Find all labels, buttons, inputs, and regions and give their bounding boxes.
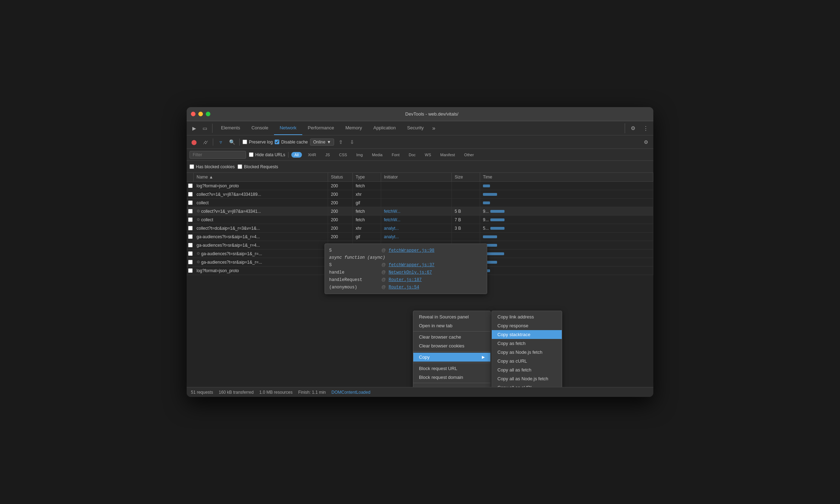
inspect-icon[interactable]: ▶ bbox=[189, 124, 199, 133]
more-tabs-button[interactable]: » bbox=[430, 125, 438, 131]
blocked-requests-label[interactable]: Blocked Requests bbox=[238, 164, 278, 169]
td-name: collect?v=1&_v=j87&a=4334189... bbox=[194, 190, 328, 198]
th-type[interactable]: Type bbox=[353, 173, 381, 181]
table-row[interactable]: collect?v=1&_v=j87&a=4334189... 200 xhr bbox=[187, 190, 653, 199]
table-row[interactable]: collect 200 gif bbox=[187, 199, 653, 207]
cs-link[interactable]: NetworkOnly.js:67 bbox=[389, 270, 432, 275]
filter-icon[interactable]: ▿ bbox=[216, 137, 225, 147]
filter-img[interactable]: Img bbox=[353, 152, 366, 158]
td-name: log?format=json_proto bbox=[194, 182, 328, 190]
sub-copy-response[interactable]: Copy response bbox=[492, 321, 562, 330]
preserve-log-checkbox[interactable] bbox=[243, 140, 247, 144]
td-time bbox=[480, 250, 653, 258]
ctx-block-url[interactable]: Block request URL bbox=[413, 364, 490, 373]
sub-copy-nodejs-fetch[interactable]: Copy as Node.js fetch bbox=[492, 348, 562, 357]
ctx-reveal-sources[interactable]: Reveal in Sources panel bbox=[413, 312, 490, 321]
cs-link[interactable]: fetchWrapper.js:98 bbox=[389, 248, 434, 253]
row-checkbox[interactable] bbox=[188, 192, 193, 197]
filter-all[interactable]: All bbox=[291, 152, 302, 158]
search-icon[interactable]: 🔍 bbox=[227, 137, 237, 147]
more-options-icon[interactable]: ⋮ bbox=[641, 123, 651, 133]
filter-input[interactable] bbox=[189, 151, 246, 159]
table-row[interactable]: ga-audiences?t=sr&aip=1&_r=4... 200 gif … bbox=[187, 233, 653, 241]
table-row[interactable]: ⚙collect 200 fetch fetchW... 7 B 9... bbox=[187, 216, 653, 224]
tab-performance[interactable]: Performance bbox=[302, 121, 340, 135]
network-settings-icon[interactable]: ⚙ bbox=[641, 137, 651, 147]
tab-security[interactable]: Security bbox=[402, 121, 430, 135]
preserve-log-label[interactable]: Preserve log bbox=[243, 140, 273, 145]
td-initiator bbox=[381, 182, 452, 190]
row-checkbox[interactable] bbox=[188, 226, 193, 230]
td-size bbox=[452, 199, 480, 207]
cs-row-6: (anonymous) @ Router.js:54 bbox=[325, 283, 487, 291]
row-checkbox[interactable] bbox=[188, 243, 193, 247]
th-initiator[interactable]: Initiator bbox=[381, 173, 452, 181]
row-checkbox[interactable] bbox=[188, 200, 193, 205]
sub-copy-stacktrace[interactable]: Copy stacktrace bbox=[492, 330, 562, 339]
filter-css[interactable]: CSS bbox=[336, 152, 350, 158]
cs-link[interactable]: fetchWrapper.js:37 bbox=[389, 263, 434, 268]
table-row[interactable]: ⚙collect?v=1&_v=j87&a=43341... 200 fetch… bbox=[187, 207, 653, 216]
th-name[interactable]: Name ▲ bbox=[194, 173, 328, 181]
row-checkbox[interactable] bbox=[188, 209, 193, 213]
clear-button[interactable]: ⌭ bbox=[201, 137, 210, 147]
network-throttle-select[interactable]: Online ▼ bbox=[310, 139, 334, 146]
table-row[interactable]: collect?t=dc&aip=1&_r=3&v=1&... 200 xhr … bbox=[187, 224, 653, 233]
device-toolbar-icon[interactable]: ▭ bbox=[200, 124, 209, 133]
status-domcontentloaded[interactable]: DOMContentLoaded bbox=[332, 390, 371, 395]
minimize-button[interactable] bbox=[198, 112, 203, 116]
cs-link[interactable]: Router.js:187 bbox=[389, 277, 422, 282]
row-checkbox[interactable] bbox=[188, 260, 193, 264]
filter-manifest[interactable]: Manifest bbox=[437, 152, 458, 158]
row-checkbox[interactable] bbox=[188, 183, 193, 188]
table-row[interactable]: log?format=json_proto 200 fetch bbox=[187, 182, 653, 190]
row-checkbox[interactable] bbox=[188, 268, 193, 273]
devtools-window: DevTools - web.dev/vitals/ ▶ ▭ Elements … bbox=[187, 107, 653, 397]
settings-icon[interactable]: ⚙ bbox=[628, 123, 638, 133]
ctx-copy[interactable]: Copy ▶ bbox=[413, 353, 490, 362]
filter-other[interactable]: Other bbox=[461, 152, 477, 158]
filter-js[interactable]: JS bbox=[322, 152, 333, 158]
disable-cache-label[interactable]: Disable cache bbox=[275, 140, 308, 145]
download-icon[interactable]: ⇩ bbox=[348, 137, 357, 147]
blocked-cookies-checkbox[interactable] bbox=[189, 164, 194, 169]
record-button[interactable]: ⬤ bbox=[189, 137, 199, 147]
hide-data-urls-label[interactable]: Hide data URLs bbox=[249, 152, 285, 157]
cs-link[interactable]: Router.js:54 bbox=[389, 285, 419, 290]
row-checkbox[interactable] bbox=[188, 234, 193, 239]
sub-copy-curl[interactable]: Copy as cURL bbox=[492, 357, 562, 365]
hide-data-urls-checkbox[interactable] bbox=[249, 152, 253, 157]
close-button[interactable] bbox=[191, 112, 196, 116]
tab-console[interactable]: Console bbox=[246, 121, 274, 135]
sub-copy-link[interactable]: Copy link address bbox=[492, 312, 562, 321]
tab-network[interactable]: Network bbox=[274, 121, 302, 135]
sub-copy-fetch[interactable]: Copy as fetch bbox=[492, 339, 562, 348]
tab-memory[interactable]: Memory bbox=[340, 121, 368, 135]
filter-doc[interactable]: Doc bbox=[406, 152, 419, 158]
ctx-clear-cookies[interactable]: Clear browser cookies bbox=[413, 341, 490, 350]
ctx-sort-by[interactable]: Sort By ▶ bbox=[413, 384, 490, 387]
sub-copy-all-fetch[interactable]: Copy all as fetch bbox=[492, 365, 562, 374]
blocked-requests-checkbox[interactable] bbox=[238, 164, 242, 169]
upload-icon[interactable]: ⇧ bbox=[336, 137, 345, 147]
ctx-open-new-tab[interactable]: Open in new tab bbox=[413, 321, 490, 330]
sub-copy-all-curl[interactable]: Copy all as cURL bbox=[492, 383, 562, 387]
th-size[interactable]: Size bbox=[452, 173, 480, 181]
sub-copy-all-nodejs-fetch[interactable]: Copy all as Node.js fetch bbox=[492, 374, 562, 383]
th-status[interactable]: Status bbox=[328, 173, 353, 181]
tab-elements[interactable]: Elements bbox=[215, 121, 246, 135]
maximize-button[interactable] bbox=[206, 112, 210, 116]
th-time[interactable]: Time bbox=[480, 173, 653, 181]
row-checkbox[interactable] bbox=[188, 251, 193, 256]
ctx-clear-cache[interactable]: Clear browser cache bbox=[413, 333, 490, 341]
td-name: ga-audiences?t=sr&aip=1&_r=4... bbox=[194, 241, 328, 249]
ctx-block-domain[interactable]: Block request domain bbox=[413, 373, 490, 382]
filter-media[interactable]: Media bbox=[369, 152, 386, 158]
row-checkbox[interactable] bbox=[188, 217, 193, 222]
blocked-cookies-label[interactable]: Has blocked cookies bbox=[189, 164, 235, 169]
filter-font[interactable]: Font bbox=[389, 152, 403, 158]
filter-ws[interactable]: WS bbox=[422, 152, 434, 158]
filter-xhr[interactable]: XHR bbox=[305, 152, 319, 158]
disable-cache-checkbox[interactable] bbox=[275, 140, 279, 144]
tab-application[interactable]: Application bbox=[368, 121, 402, 135]
